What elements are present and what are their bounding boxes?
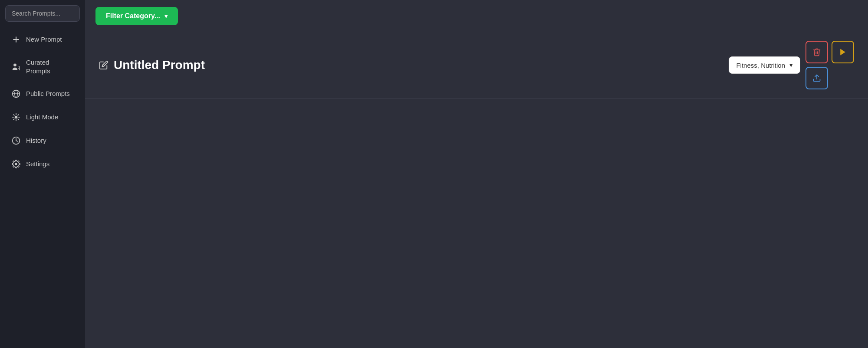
- trash-icon: [812, 48, 821, 56]
- sidebar-item-settings-label: Settings: [26, 160, 49, 168]
- play-icon: [838, 48, 847, 56]
- globe-icon: [11, 89, 21, 98]
- sidebar-item-curated-prompts[interactable]: Curated Prompts: [3, 52, 82, 81]
- search-button[interactable]: Search Prompts...: [5, 5, 80, 22]
- action-buttons-bottom-row: [806, 67, 854, 89]
- upload-icon: [812, 74, 821, 82]
- svg-line-10: [18, 119, 19, 120]
- action-buttons-top-row: [806, 41, 854, 63]
- edit-icon: [99, 60, 108, 70]
- sidebar-item-new-prompt[interactable]: New Prompt: [3, 29, 82, 50]
- sidebar-item-settings[interactable]: Settings: [3, 153, 82, 175]
- prompt-area: Untitled Prompt Fitness, Nutrition ▾: [85, 32, 868, 348]
- category-dropdown[interactable]: Fitness, Nutrition ▾: [729, 56, 800, 74]
- sidebar-item-curated-prompts-label: Curated Prompts: [26, 58, 74, 75]
- gear-icon: [11, 159, 21, 169]
- prompt-body[interactable]: [85, 98, 868, 348]
- sidebar-item-new-prompt-label: New Prompt: [26, 35, 62, 44]
- svg-point-14: [15, 163, 17, 165]
- svg-line-11: [13, 119, 14, 120]
- filter-category-button[interactable]: Filter Category... ▾: [95, 7, 178, 25]
- sidebar-item-history[interactable]: History: [3, 130, 82, 151]
- svg-marker-15: [840, 49, 845, 56]
- sidebar-item-history-label: History: [26, 136, 46, 145]
- delete-button[interactable]: [806, 41, 828, 63]
- prompt-header: Untitled Prompt Fitness, Nutrition ▾: [85, 32, 868, 98]
- sidebar-item-public-prompts[interactable]: Public Prompts: [3, 83, 82, 105]
- category-chevron-icon: ▾: [789, 61, 793, 69]
- sidebar-item-public-prompts-label: Public Prompts: [26, 89, 70, 98]
- svg-point-0: [13, 63, 16, 66]
- history-icon: [11, 136, 21, 145]
- filter-category-label: Filter Category...: [106, 12, 160, 20]
- plus-icon: [11, 35, 21, 44]
- svg-line-9: [13, 115, 14, 115]
- svg-line-12: [18, 115, 19, 115]
- prompt-title-section: Untitled Prompt: [99, 58, 205, 72]
- svg-point-4: [15, 116, 18, 119]
- sidebar-item-light-mode[interactable]: Light Mode: [3, 106, 82, 128]
- sidebar-item-light-mode-label: Light Mode: [26, 113, 58, 121]
- action-buttons-group: [806, 41, 854, 89]
- main-content: Filter Category... ▾ Untitled Prompt Fit…: [85, 0, 868, 348]
- users-icon: [11, 62, 21, 72]
- export-button[interactable]: [806, 67, 828, 89]
- prompt-header-right: Fitness, Nutrition ▾: [729, 41, 854, 89]
- prompt-title: Untitled Prompt: [114, 58, 205, 72]
- sun-icon: [11, 112, 21, 122]
- category-label: Fitness, Nutrition: [736, 62, 785, 69]
- filter-chevron-icon: ▾: [164, 13, 168, 20]
- run-button[interactable]: [832, 41, 854, 63]
- top-bar: Filter Category... ▾: [85, 0, 868, 32]
- sidebar: Search Prompts... New Prompt Curated Pro…: [0, 0, 85, 348]
